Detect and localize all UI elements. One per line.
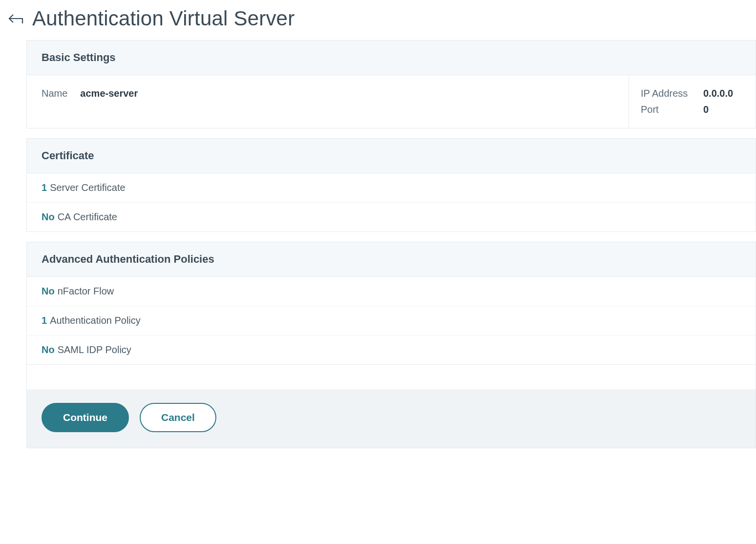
cancel-button[interactable]: Cancel <box>140 403 216 432</box>
basic-settings-header: Basic Settings <box>27 41 756 75</box>
basic-settings-right: IP Address 0.0.0.0 Port 0 <box>629 75 756 128</box>
page-title: Authentication Virtual Server <box>32 7 294 30</box>
certificate-panel: Certificate 1 Server Certificate No CA C… <box>26 138 756 232</box>
basic-settings-body: Name acme-server IP Address 0.0.0.0 Port… <box>27 75 756 128</box>
authentication-policy-count: 1 <box>42 315 47 326</box>
back-arrow-icon[interactable] <box>7 9 26 28</box>
advanced-auth-header: Advanced Authentication Policies <box>27 242 756 277</box>
saml-idp-policy-label: SAML IDP Policy <box>58 344 131 356</box>
main-content: Basic Settings Name acme-server IP Addre… <box>26 40 756 448</box>
certificate-title: Certificate <box>42 149 741 162</box>
authentication-policy-row[interactable]: 1 Authentication Policy <box>27 306 756 335</box>
port-row: Port 0 <box>641 104 741 115</box>
basic-settings-left: Name acme-server <box>27 75 629 128</box>
page-header: Authentication Virtual Server <box>0 0 756 40</box>
server-certificate-label: Server Certificate <box>50 182 126 193</box>
port-value: 0 <box>703 104 709 115</box>
saml-idp-policy-row[interactable]: No SAML IDP Policy <box>27 335 756 364</box>
nfactor-flow-count: No <box>42 286 55 297</box>
server-certificate-row[interactable]: 1 Server Certificate <box>27 173 756 203</box>
port-label: Port <box>641 104 694 115</box>
saml-idp-policy-count: No <box>42 344 55 356</box>
ip-row: IP Address 0.0.0.0 <box>641 88 741 99</box>
ca-certificate-label: CA Certificate <box>58 211 117 223</box>
name-label: Name <box>42 88 67 99</box>
certificate-header: Certificate <box>27 139 756 173</box>
ca-certificate-row[interactable]: No CA Certificate <box>27 203 756 231</box>
nfactor-flow-row[interactable]: No nFactor Flow <box>27 277 756 306</box>
nfactor-flow-label: nFactor Flow <box>58 286 114 297</box>
ip-value: 0.0.0.0 <box>703 88 733 99</box>
continue-button[interactable]: Continue <box>42 403 129 432</box>
advanced-auth-title: Advanced Authentication Policies <box>42 253 741 266</box>
footer-actions: Continue Cancel <box>26 389 756 448</box>
advanced-auth-panel: Advanced Authentication Policies No nFac… <box>26 242 756 365</box>
certificate-body: 1 Server Certificate No CA Certificate <box>27 173 756 231</box>
ca-certificate-count: No <box>42 211 55 223</box>
advanced-auth-body: No nFactor Flow 1 Authentication Policy … <box>27 277 756 364</box>
authentication-policy-label: Authentication Policy <box>50 315 141 326</box>
server-certificate-count: 1 <box>42 182 47 193</box>
basic-settings-title: Basic Settings <box>42 51 741 64</box>
basic-settings-panel: Basic Settings Name acme-server IP Addre… <box>26 40 756 128</box>
name-value: acme-server <box>80 88 138 99</box>
ip-label: IP Address <box>641 88 694 99</box>
